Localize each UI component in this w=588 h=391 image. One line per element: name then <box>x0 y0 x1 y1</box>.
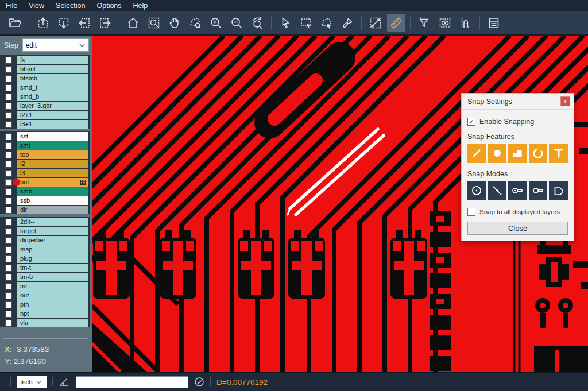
layer-name[interactable]: ssb <box>17 196 88 205</box>
layer-checkbox[interactable] <box>5 219 12 226</box>
layer-name[interactable]: bfsmt <box>17 65 88 73</box>
layer-row-2dir--[interactable]: 2dir-- <box>0 218 90 226</box>
layer-checkbox[interactable] <box>5 84 12 91</box>
layer-grid-icon[interactable] <box>80 180 86 185</box>
layer-row-out[interactable]: out <box>0 291 90 300</box>
layer-checkbox[interactable] <box>5 274 12 281</box>
report-list-button[interactable] <box>485 14 503 32</box>
snap-surface-button[interactable] <box>508 144 527 163</box>
layer-checkbox[interactable] <box>5 66 12 73</box>
layer-row-fx[interactable]: fx <box>0 56 90 64</box>
layer-name[interactable]: top <box>17 150 88 159</box>
layer-name[interactable]: tm-t <box>17 264 88 272</box>
layer-name[interactable]: sst <box>17 132 88 141</box>
layer-name[interactable]: smb <box>17 187 88 196</box>
layer-row-l3[interactable]: l3 <box>0 169 90 177</box>
layer-checkbox[interactable] <box>5 292 12 299</box>
layer-row-ssb[interactable]: ssb <box>0 196 90 205</box>
layer-name[interactable]: pth <box>17 300 88 309</box>
layer-name[interactable]: smd_b <box>17 92 88 101</box>
snap-settings-button[interactable] <box>457 14 475 32</box>
layer-name[interactable]: via <box>17 319 88 327</box>
shift-up-button[interactable] <box>34 14 52 32</box>
measure-line-button[interactable] <box>366 14 385 32</box>
layer-name[interactable]: dir <box>17 206 88 214</box>
layer-row-mt[interactable]: mt <box>0 282 90 291</box>
layer-name[interactable]: l2+1 <box>17 111 88 119</box>
layer-row-smd_b[interactable]: smd_b <box>0 92 90 101</box>
zoom-polygon-button[interactable] <box>186 14 204 32</box>
layer-checkbox[interactable] <box>5 112 12 119</box>
layer-row-bfsmb[interactable]: bfsmb <box>0 74 90 83</box>
mode-pad-entry-button[interactable] <box>529 181 548 200</box>
layer-name[interactable]: smt <box>17 141 88 150</box>
menu-selection[interactable]: Selection <box>56 2 85 10</box>
layer-checkbox[interactable] <box>5 246 12 253</box>
layer-checkbox[interactable] <box>5 228 12 235</box>
filter-features-button[interactable] <box>415 14 434 32</box>
menu-help[interactable]: Help <box>133 2 148 10</box>
layer-checkbox[interactable] <box>5 121 12 128</box>
layer-checkbox[interactable] <box>5 207 12 214</box>
layer-checkbox[interactable] <box>5 237 12 244</box>
layer-checkbox[interactable] <box>5 57 12 64</box>
unit-select[interactable]: Inch <box>17 376 47 388</box>
layer-checkbox[interactable] <box>5 170 12 177</box>
layer-row-sst[interactable]: sst <box>0 132 90 141</box>
mode-pad-entry-filled-button[interactable] <box>508 181 527 200</box>
command-input[interactable] <box>76 376 188 388</box>
layer-row-map[interactable]: map <box>0 245 90 254</box>
layer-name[interactable]: layer_3.gbr <box>17 102 88 110</box>
layer-checkbox[interactable] <box>5 103 12 110</box>
layer-name[interactable]: target <box>17 227 88 235</box>
layer-row-target[interactable]: target <box>0 227 90 235</box>
layer-row-tm-t[interactable]: tm-t <box>0 264 90 272</box>
layer-checkbox[interactable] <box>5 75 12 82</box>
mode-midline-button[interactable] <box>488 181 507 200</box>
select-rect-button[interactable] <box>297 14 315 32</box>
layer-row-tm-b[interactable]: tm-b <box>0 273 90 281</box>
zoom-previous-button[interactable] <box>248 14 266 32</box>
pan-hand-button[interactable] <box>165 14 184 32</box>
layer-row-smb[interactable]: smb <box>0 187 90 196</box>
layer-row-pth[interactable]: pth <box>0 300 90 309</box>
layer-checkbox[interactable] <box>5 301 12 308</box>
layer-name[interactable]: bfsmb <box>17 74 88 83</box>
layer-name[interactable]: tm-b <box>17 273 88 281</box>
layer-row-smd_t[interactable]: smd_t <box>0 83 90 92</box>
mode-corner-button[interactable] <box>549 181 568 200</box>
snap-all-layers-checkbox[interactable] <box>467 208 475 216</box>
layer-checkbox[interactable] <box>5 161 12 168</box>
zoom-in-button[interactable] <box>207 14 225 32</box>
angle-measure-icon[interactable] <box>59 376 70 388</box>
layer-checkbox[interactable] <box>5 255 12 262</box>
layer-checkbox[interactable] <box>5 198 12 204</box>
mode-center-button[interactable] <box>467 181 486 200</box>
snap-line-button[interactable] <box>467 144 486 163</box>
layer-name[interactable]: l3+1 <box>17 120 88 129</box>
layer-checkbox[interactable] <box>5 152 12 158</box>
snap-text-button[interactable] <box>549 144 568 163</box>
layer-row-npt[interactable]: npt <box>0 309 90 318</box>
layer-name[interactable]: npt <box>17 309 88 318</box>
close-button[interactable]: Close <box>467 222 568 235</box>
layer-row-bfsmt[interactable]: bfsmt <box>0 65 90 73</box>
layer-checkbox[interactable] <box>5 94 12 100</box>
dialog-title-bar[interactable]: Snap Settings x <box>462 94 574 110</box>
layer-checkbox[interactable] <box>5 311 12 318</box>
layer-row-l2+1[interactable]: l2+1 <box>0 111 90 119</box>
snap-arc-button[interactable] <box>529 144 548 163</box>
layer-row-dirgerber[interactable]: dirgerber <box>0 236 90 245</box>
clean-brush-button[interactable] <box>338 14 357 32</box>
shift-down-button[interactable] <box>55 14 73 32</box>
view-area-button[interactable] <box>436 14 454 32</box>
shift-right-button[interactable] <box>96 14 114 32</box>
layer-checkbox[interactable] <box>5 188 12 195</box>
select-polygon-button[interactable] <box>318 14 336 32</box>
layer-name[interactable]: smd_t <box>17 83 88 92</box>
layer-checkbox[interactable] <box>5 283 12 290</box>
layer-checkbox[interactable] <box>5 320 12 327</box>
layer-checkbox[interactable] <box>5 179 12 186</box>
layer-row-top[interactable]: top <box>0 150 90 159</box>
layer-name[interactable]: l3 <box>17 169 88 177</box>
